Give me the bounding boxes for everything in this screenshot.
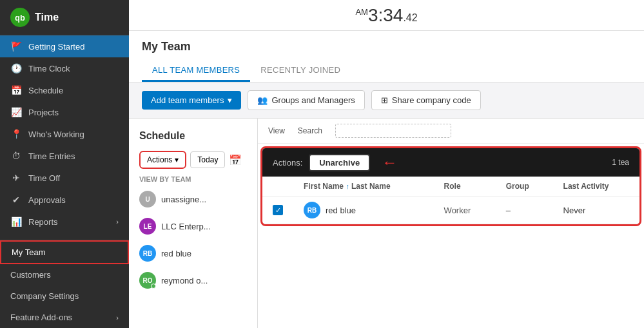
row-name: red blue [326, 206, 356, 215]
sidebar-item-time-clock[interactable]: 🕐 Time Clock [0, 57, 129, 79]
sidebar-label: Schedule [28, 86, 63, 95]
unarchive-button[interactable]: Unarchive [309, 154, 370, 171]
share-label: Share company code [392, 95, 471, 105]
reports-arrow-icon: › [116, 218, 119, 226]
actions-bar-label: Actions: [273, 158, 302, 168]
today-button[interactable]: Today [190, 151, 225, 168]
sidebar-item-getting-started[interactable]: 🚩 Getting Started [0, 35, 129, 57]
sidebar-item-whos-working[interactable]: 📍 Who's Working [0, 123, 129, 145]
tab-recently-joined[interactable]: RECENTLY JOINED [250, 60, 351, 82]
sort-asc-icon: ↑ [346, 182, 351, 190]
sidebar-item-projects[interactable]: 📈 Projects [0, 101, 129, 123]
th-first-last-name: First Name ↑ Last Name [293, 177, 434, 197]
team-table-area: View Search Actions: Unarchive ← 1 tea [258, 119, 644, 328]
avatar-rb: RB [139, 245, 156, 262]
team-list-item-rb[interactable]: RB red blue [129, 240, 257, 267]
sidebar-item-feature-addons[interactable]: Feature Add-ons › [0, 307, 129, 328]
topbar: AM3:34.42 [129, 0, 644, 31]
tabs-bar: ALL TEAM MEMBERS RECENTLY JOINED [142, 60, 631, 82]
sidebar-item-my-team[interactable]: My Team [0, 240, 129, 264]
search-input[interactable] [335, 124, 451, 138]
clock-am: AM [355, 6, 368, 16]
groups-managers-button[interactable]: 👥 Groups and Managers [248, 90, 364, 110]
content-area: My Team ALL TEAM MEMBERS RECENTLY JOINED… [129, 31, 644, 328]
sidebar-label: Reports [28, 217, 58, 227]
location-icon: 📍 [10, 129, 22, 139]
qr-icon: ⊞ [381, 95, 388, 105]
sidebar-label: Feature Add-ons [10, 313, 72, 322]
flag-icon: 🚩 [10, 41, 22, 52]
sidebar: qb Time 🚩 Getting Started 🕐 Time Clock 📅… [0, 0, 129, 328]
add-members-label: Add team members [151, 95, 224, 105]
sidebar-item-time-entries[interactable]: ⏱ Time Entries [0, 145, 129, 167]
team-list-item-unassigned[interactable]: U unassigne... [129, 186, 257, 213]
team-list-item-ro[interactable]: RO reymond o... [129, 267, 257, 294]
actions-highlight-box: Actions: Unarchive ← 1 tea [260, 146, 641, 226]
row-role: Worker [444, 206, 471, 215]
team-list-item-llc[interactable]: LE LLC Enterp... [129, 213, 257, 240]
th-last-activity: Last Activity [553, 177, 639, 197]
team-member-name: LLC Enterp... [161, 222, 211, 231]
timer-icon: ⏱ [10, 151, 22, 161]
checkbox[interactable]: ✓ [273, 205, 283, 215]
check-icon: ✔ [10, 195, 22, 205]
arrow-indicator: ← [382, 153, 427, 171]
calendar-icon: 📅 [10, 85, 22, 95]
main-content: AM3:34.42 My Team ALL TEAM MEMBERS RECEN… [129, 0, 644, 328]
sidebar-item-reports[interactable]: 📊 Reports › [0, 211, 129, 233]
row-avatar: RB [304, 202, 320, 218]
view-by-label: VIEW BY Team [129, 173, 257, 186]
th-group: Group [496, 177, 553, 197]
projects-icon: 📈 [10, 107, 22, 117]
tab-all-members[interactable]: ALL TEAM MEMBERS [142, 60, 250, 82]
online-indicator [151, 284, 156, 289]
th-checkbox [262, 177, 293, 197]
page-header: My Team ALL TEAM MEMBERS RECENTLY JOINED [129, 31, 644, 82]
clock-display: AM3:34.42 [355, 5, 417, 26]
table-row: ✓ RB red blue Worker [262, 197, 639, 224]
sidebar-label: Getting Started [28, 42, 84, 52]
search-label: Search [298, 126, 322, 135]
sidebar-label: Time Clock [28, 64, 70, 73]
sidebar-item-schedule[interactable]: 📅 Schedule [0, 79, 129, 101]
schedule-sidebar: Schedule Actions ▾ Today 📅 VIEW BY Team … [129, 119, 258, 328]
app-title: Time [35, 12, 59, 23]
sidebar-item-time-off[interactable]: ✈ Time Off [0, 167, 129, 189]
sidebar-label: My Team [12, 247, 46, 257]
sidebar-item-company-settings[interactable]: Company Settings [0, 285, 129, 307]
actions-chevron-icon: ▾ [175, 155, 179, 164]
sidebar-label: Who's Working [28, 130, 84, 139]
sidebar-item-customers[interactable]: Customers [0, 264, 129, 285]
logo-icon: qb [10, 8, 30, 27]
view-label: View [268, 126, 285, 135]
calendar-nav-icon: 📅 [229, 154, 242, 166]
dropdown-chevron-icon: ▾ [228, 95, 232, 105]
team-member-name: reymond o... [161, 276, 208, 285]
row-last-activity-cell: Never [553, 197, 639, 224]
clock-icon: 🕐 [10, 63, 22, 73]
plane-icon: ✈ [10, 173, 22, 183]
team-table: First Name ↑ Last Name Role Group Last A… [262, 177, 639, 224]
row-checkbox-cell[interactable]: ✓ [262, 197, 293, 224]
row-role-cell: Worker [434, 197, 496, 224]
share-company-code-button[interactable]: ⊞ Share company code [371, 90, 481, 110]
schedule-controls: Actions ▾ Today 📅 [129, 147, 257, 173]
schedule-title: Schedule [129, 125, 257, 147]
sidebar-label: Time Off [28, 173, 60, 183]
team-member-name: red blue [161, 249, 191, 258]
sidebar-label: Company Settings [10, 291, 79, 301]
app-logo: qb Time [0, 0, 129, 35]
team-member-name: unassigne... [161, 195, 206, 204]
avatar-le: LE [139, 218, 156, 235]
sidebar-label: Customers [10, 270, 51, 280]
clock-seconds: .42 [403, 12, 417, 23]
schedule-actions-button[interactable]: Actions ▾ [139, 151, 186, 169]
add-team-members-button[interactable]: Add team members ▾ [142, 91, 241, 110]
sidebar-label: Time Entries [28, 151, 75, 161]
sidebar-item-approvals[interactable]: ✔ Approvals [0, 189, 129, 211]
clock-time: 3:34 [368, 5, 404, 25]
groups-icon: 👥 [257, 95, 268, 105]
groups-label: Groups and Managers [271, 95, 355, 105]
actions-bar: Actions: Unarchive ← 1 tea [262, 148, 639, 177]
sidebar-label: Projects [28, 108, 59, 117]
